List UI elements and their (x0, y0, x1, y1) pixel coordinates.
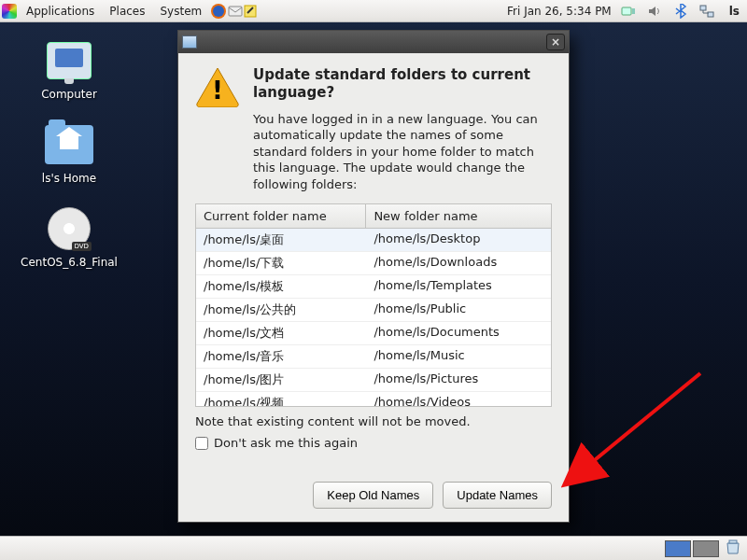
bottom-panel (0, 536, 747, 560)
keep-old-names-button[interactable]: Keep Old Names (313, 482, 433, 509)
dialog-message: You have logged in in a new language. Yo… (253, 111, 552, 193)
warning-icon: ! (195, 66, 240, 192)
cell-new: /home/ls/Downloads (366, 252, 551, 274)
close-button[interactable]: × (546, 34, 565, 50)
table-row[interactable]: /home/ls/音乐/home/ls/Music (196, 345, 551, 369)
firefox-icon[interactable] (209, 0, 228, 22)
workspace-switcher[interactable] (665, 540, 719, 557)
menu-places[interactable]: Places (102, 0, 152, 22)
distro-logo-icon (0, 0, 19, 22)
cell-new: /home/ls/Pictures (366, 369, 551, 391)
desktop-icon-home[interactable]: ls's Home (13, 121, 125, 185)
computer-icon (43, 37, 95, 84)
svg-rect-7 (729, 540, 737, 543)
cell-current: /home/ls/桌面 (196, 229, 366, 251)
svg-rect-2 (622, 7, 631, 15)
dont-ask-label: Don't ask me this again (214, 436, 358, 450)
cell-new: /home/ls/Desktop (366, 229, 551, 251)
dont-ask-checkbox[interactable] (195, 437, 208, 450)
cell-new: /home/ls/Templates (366, 275, 551, 298)
desktop-icon-label: CentOS_6.8_Final (21, 256, 118, 269)
table-row[interactable]: /home/ls/桌面/home/ls/Desktop (196, 229, 551, 252)
removable-media-icon[interactable] (619, 0, 638, 22)
notes-icon[interactable] (243, 4, 258, 19)
svg-rect-3 (632, 8, 635, 14)
folder-table: Current folder name New folder name /hom… (195, 203, 552, 407)
mail-icon[interactable] (228, 4, 243, 19)
desktop-icon-label: ls's Home (42, 172, 96, 185)
cell-new: /home/ls/Music (366, 345, 551, 368)
table-row[interactable]: /home/ls/模板/home/ls/Templates (196, 275, 551, 299)
update-names-button[interactable]: Update Names (443, 482, 552, 509)
svg-rect-0 (229, 7, 242, 16)
workspace-1[interactable] (665, 540, 691, 557)
svg-rect-4 (700, 6, 706, 10)
cell-current: /home/ls/图片 (196, 369, 366, 391)
cell-new: /home/ls/Documents (366, 322, 551, 344)
table-row[interactable]: /home/ls/视频/home/ls/Videos (196, 392, 551, 407)
update-folders-dialog: × ! Update standard folders to current l… (177, 30, 570, 523)
table-row[interactable]: /home/ls/公共的/home/ls/Public (196, 299, 551, 322)
user-menu[interactable]: ls (724, 5, 740, 18)
home-folder-icon (43, 121, 95, 168)
bluetooth-icon[interactable] (671, 0, 690, 22)
cell-current: /home/ls/视频 (196, 392, 366, 407)
table-header: Current folder name New folder name (196, 204, 551, 229)
cell-new: /home/ls/Videos (366, 392, 551, 407)
clock[interactable]: Fri Jan 26, 5:34 PM (507, 5, 612, 18)
col-current[interactable]: Current folder name (196, 204, 366, 228)
cell-current: /home/ls/公共的 (196, 299, 366, 321)
dvd-icon (43, 205, 95, 252)
cell-new: /home/ls/Public (366, 299, 551, 321)
cell-current: /home/ls/模板 (196, 275, 366, 298)
col-new[interactable]: New folder name (366, 204, 551, 228)
svg-text:!: ! (212, 77, 223, 105)
trash-icon[interactable] (725, 539, 741, 558)
network-icon[interactable] (698, 0, 716, 22)
cell-current: /home/ls/文档 (196, 322, 366, 344)
desktop-icon-label: Computer (41, 88, 97, 101)
desktop-icon-dvd[interactable]: CentOS_6.8_Final (13, 205, 125, 269)
table-row[interactable]: /home/ls/图片/home/ls/Pictures (196, 369, 551, 392)
cell-current: /home/ls/下载 (196, 252, 366, 274)
annotation-arrow (556, 369, 705, 490)
desktop-icon-computer[interactable]: Computer (13, 37, 125, 101)
top-panel: Applications Places System Fri Jan 26, 5… (0, 0, 747, 22)
dialog-note: Note that existing content will not be m… (195, 414, 552, 428)
menu-applications[interactable]: Applications (19, 0, 102, 22)
dont-ask-again[interactable]: Don't ask me this again (195, 436, 552, 450)
table-row[interactable]: /home/ls/下载/home/ls/Downloads (196, 252, 551, 275)
window-icon (182, 35, 197, 49)
volume-icon[interactable] (645, 0, 664, 22)
dialog-heading: Update standard folders to current langu… (253, 66, 552, 102)
desktop-icons: Computer ls's Home CentOS_6.8_Final (13, 37, 125, 269)
dialog-titlebar[interactable]: × (178, 31, 569, 53)
workspace-2[interactable] (693, 540, 719, 557)
cell-current: /home/ls/音乐 (196, 345, 366, 368)
menu-system[interactable]: System (152, 0, 209, 22)
table-row[interactable]: /home/ls/文档/home/ls/Documents (196, 322, 551, 345)
